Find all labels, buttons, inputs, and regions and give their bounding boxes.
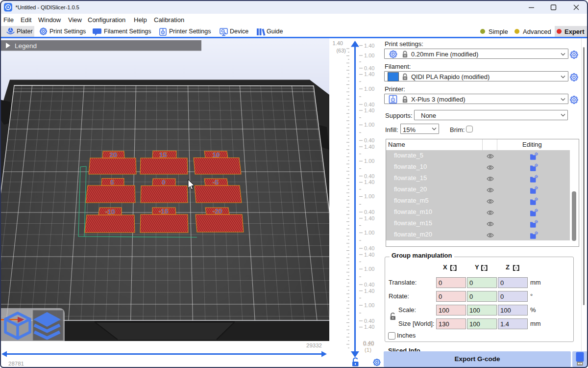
svg-text:1.00: 1.00 [364,193,374,199]
svg-text:15: 15 [159,151,167,158]
svg-text:1.00: 1.00 [364,266,374,272]
svg-text:1.40: 1.40 [333,40,343,46]
svg-text:1.00: 1.00 [364,86,374,92]
svg-text:1.40: 1.40 [364,252,374,258]
svg-text:0.40: 0.40 [364,245,374,251]
svg-text:1.40: 1.40 [364,324,374,330]
svg-text:1.40: 1.40 [364,215,374,221]
svg-text:1.40: 1.40 [364,107,374,113]
svg-text:0.40: 0.40 [364,65,374,71]
svg-text:5: 5 [110,179,114,186]
svg-text:0.40: 0.40 [364,137,374,143]
svg-text:0: 0 [162,179,166,186]
svg-text:1.00: 1.00 [364,302,374,308]
svg-text:1.00: 1.00 [364,230,374,236]
svg-text:1.40: 1.40 [364,179,374,185]
svg-text:-10: -10 [105,208,115,215]
svg-text:28781: 28781 [8,361,24,367]
svg-text:Legend: Legend [15,42,37,50]
svg-text:0.40: 0.40 [364,282,374,288]
svg-text:29332: 29332 [306,342,322,348]
svg-text:0.40: 0.40 [364,209,374,215]
svg-text:0.40: 0.40 [364,173,374,179]
svg-text:1.00: 1.00 [364,158,374,164]
svg-text:1.00: 1.00 [364,122,374,128]
svg-text:20: 20 [110,151,117,158]
svg-text:1.40: 1.40 [364,144,374,150]
svg-text:1.40: 1.40 [364,43,374,49]
svg-text:1.40: 1.40 [364,288,374,294]
svg-text:-5: -5 [213,179,219,186]
svg-text:0.40: 0.40 [364,102,374,107]
svg-text:1.40: 1.40 [364,71,374,77]
svg-text:-20: -20 [213,208,222,215]
svg-text:(1): (1) [365,347,371,353]
svg-text:(63): (63) [336,48,346,53]
svg-text:10: 10 [212,151,220,158]
svg-text:1.00: 1.00 [364,53,374,58]
svg-text:0.40: 0.40 [364,318,374,324]
svg-text:0.20: 0.20 [363,341,374,347]
svg-text:-15: -15 [159,208,169,215]
